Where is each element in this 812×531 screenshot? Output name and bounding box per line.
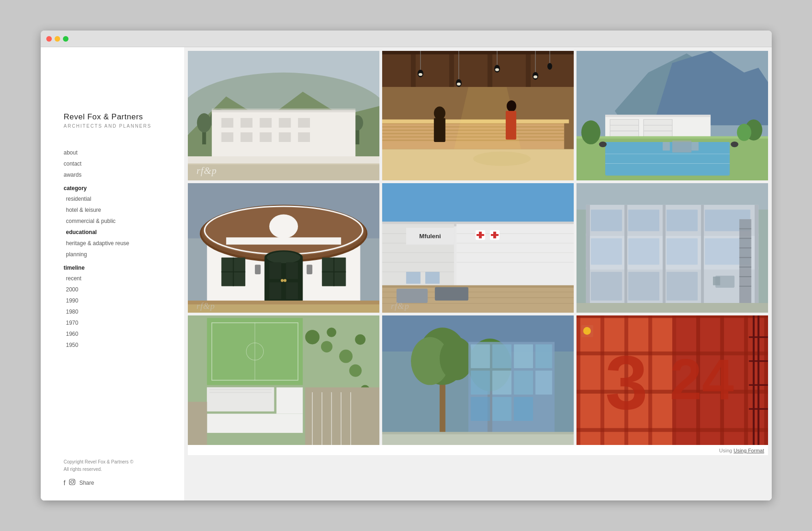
svg-rect-66: [506, 111, 516, 140]
photo-cell-4[interactable]: rf&p: [188, 183, 379, 313]
svg-point-103: [267, 252, 300, 263]
svg-point-217: [440, 337, 473, 380]
using-format-bar: Using Using Format: [188, 445, 768, 455]
svg-rect-159: [586, 205, 589, 305]
dot-close[interactable]: [46, 36, 52, 42]
format-link[interactable]: Using Format: [733, 448, 764, 453]
photo-cell-2[interactable]: [382, 51, 574, 180]
instagram-icon[interactable]: [69, 479, 75, 487]
svg-rect-26: [211, 108, 355, 111]
svg-rect-23: [279, 132, 291, 142]
svg-rect-237: [576, 315, 580, 445]
svg-rect-203: [305, 388, 379, 445]
svg-rect-227: [514, 370, 533, 395]
svg-rect-232: [382, 433, 574, 445]
facebook-icon[interactable]: f: [64, 479, 66, 487]
svg-point-99: [269, 215, 298, 239]
nav-contact[interactable]: contact: [64, 158, 170, 169]
photo-cell-1[interactable]: rf&p: [188, 51, 379, 180]
nav-1970[interactable]: 1970: [64, 317, 170, 328]
svg-rect-174: [666, 272, 697, 301]
svg-text:3: 3: [605, 340, 648, 425]
svg-rect-24: [298, 132, 310, 142]
svg-rect-20: [221, 132, 233, 142]
svg-text:Mfuleni: Mfuleni: [419, 233, 440, 240]
svg-rect-36: [487, 51, 492, 87]
category-section-label: category: [64, 185, 170, 191]
photo-cell-7[interactable]: [188, 315, 379, 445]
svg-rect-143: [490, 234, 498, 236]
share-text[interactable]: Share: [79, 480, 94, 486]
svg-rect-221: [471, 344, 490, 368]
photo-cell-3[interactable]: [576, 51, 768, 180]
svg-point-2: [74, 480, 74, 481]
svg-point-196: [321, 341, 332, 352]
svg-rect-228: [535, 370, 552, 395]
svg-point-108: [280, 279, 283, 282]
nav-commercial-public[interactable]: commercial & public: [64, 216, 170, 227]
svg-rect-18: [279, 118, 291, 128]
svg-rect-161: [663, 205, 665, 305]
svg-rect-223: [514, 344, 533, 368]
svg-point-43: [457, 83, 460, 86]
svg-rect-249: [576, 428, 768, 432]
nav-residential[interactable]: residential: [64, 193, 170, 204]
svg-point-49: [533, 75, 537, 78]
svg-point-199: [355, 334, 366, 345]
svg-point-86: [737, 124, 751, 141]
svg-rect-245: [764, 315, 768, 445]
svg-rect-105: [286, 262, 298, 279]
photo-cell-6[interactable]: [576, 183, 768, 313]
nav-awards[interactable]: awards: [64, 169, 170, 180]
nav-1980[interactable]: 1980: [64, 306, 170, 317]
social-row: f Share: [64, 479, 170, 487]
svg-rect-163: [755, 205, 758, 305]
nav-hotel-leisure[interactable]: hotel & leisure: [64, 204, 170, 216]
nav-about[interactable]: about: [64, 147, 170, 158]
browser-titlebar: [41, 31, 772, 47]
svg-rect-17: [260, 118, 272, 128]
svg-rect-184: [713, 277, 720, 285]
svg-rect-104: [269, 262, 281, 279]
svg-rect-110: [254, 265, 260, 274]
svg-rect-150: [434, 287, 468, 301]
svg-rect-185: [576, 303, 768, 313]
photo-cell-8[interactable]: [382, 315, 574, 445]
svg-rect-231: [514, 397, 533, 421]
svg-rect-15: [221, 118, 233, 128]
nav-1950[interactable]: 1950: [64, 340, 170, 351]
dot-minimize[interactable]: [55, 36, 60, 42]
browser-dots: [46, 36, 68, 42]
svg-rect-162: [701, 205, 704, 305]
svg-rect-111: [306, 265, 312, 274]
svg-rect-173: [628, 272, 659, 301]
dot-fullscreen[interactable]: [63, 36, 68, 42]
photo-cell-5[interactable]: Mfuleni: [382, 183, 574, 313]
photo-cell-9[interactable]: 3 24: [576, 315, 768, 445]
svg-point-88: [731, 142, 738, 147]
svg-point-63: [434, 106, 445, 120]
nav-1960[interactable]: 1960: [64, 328, 170, 340]
svg-rect-194: [209, 392, 272, 393]
nav-planning[interactable]: planning: [64, 249, 170, 260]
nav-heritage[interactable]: heritage & adaptive reuse: [64, 238, 170, 249]
svg-rect-118: [188, 303, 379, 313]
svg-point-1: [71, 481, 74, 483]
svg-rect-90: [691, 142, 699, 151]
nav-recent[interactable]: recent: [64, 273, 170, 284]
svg-rect-91: [663, 142, 670, 151]
svg-point-87: [599, 142, 607, 147]
svg-rect-230: [492, 397, 511, 421]
svg-rect-60: [382, 149, 574, 180]
nav-links: about contact awards category residentia…: [64, 147, 170, 351]
svg-point-253: [583, 327, 591, 335]
svg-rect-172: [591, 272, 622, 301]
nav-educational[interactable]: educational: [64, 227, 170, 238]
svg-point-40: [418, 73, 422, 76]
svg-rect-89: [672, 141, 691, 153]
nav-2000[interactable]: 2000: [64, 284, 170, 295]
timeline-section-label: timeline: [64, 265, 170, 271]
browser-window: Revel Fox & Partners Architects and Plan…: [41, 31, 772, 500]
nav-1990[interactable]: 1990: [64, 295, 170, 306]
svg-rect-190: [207, 414, 303, 432]
